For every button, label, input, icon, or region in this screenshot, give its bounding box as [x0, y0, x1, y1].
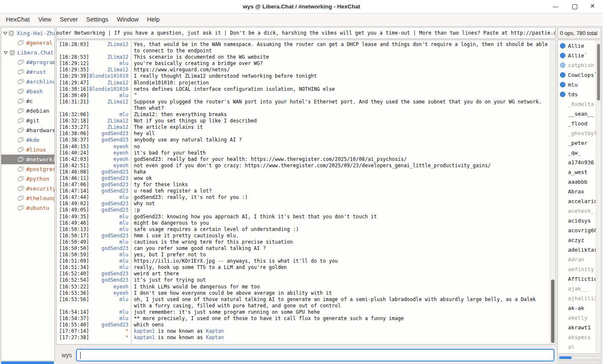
- user-row-tds[interactable]: tds: [558, 90, 601, 99]
- message-nick: mlu: [89, 264, 128, 271]
- channel-icon: [18, 98, 24, 104]
- topic-text: outer Networking | If you have a questio…: [56, 30, 556, 36]
- channel-icon: [18, 89, 24, 95]
- tree-channel-git[interactable]: #git: [1, 116, 54, 125]
- user-row-ajak__[interactable]: ajak__: [558, 284, 601, 293]
- user-row-_ghostbyte[interactable]: _ghostbyte: [558, 128, 601, 138]
- message-nick: godSend23: [89, 277, 128, 283]
- tree-channel-debian[interactable]: #debian: [1, 106, 54, 116]
- tree-network-libera.chat[interactable]: Libera.Chat: [1, 48, 54, 57]
- user-row-catphish[interactable]: catphish: [558, 60, 601, 70]
- tree-channel-thelounge[interactable]: #thelounge: [1, 193, 54, 203]
- tree-channel-security[interactable]: #security: [1, 184, 54, 193]
- tree-channel-kde[interactable]: #kde: [1, 135, 54, 145]
- message-nick: ZLima12: [89, 67, 128, 73]
- message-timestamp: [16:46:08]: [59, 169, 89, 175]
- chat-message-row: [16:51:09]mluhttps://iili.io/KOrIErX.jpg…: [59, 258, 549, 264]
- tree-network-xing-hai-zhan[interactable]: Xing-Hai-Zhan: [1, 28, 54, 38]
- user-row-a_west[interactable]: a_west: [558, 167, 601, 177]
- maximize-button[interactable]: [568, 0, 582, 13]
- userlist-hscrollbar-handle[interactable]: [559, 356, 572, 359]
- user-row-acetech_[interactable]: acetech_: [558, 206, 601, 216]
- menu-item-window[interactable]: Window: [113, 14, 143, 26]
- chat-message-row: [16:40:24]eyeohit's bad for your health: [59, 150, 549, 156]
- user-row-adran[interactable]: Adran: [558, 255, 601, 264]
- user-row-cowclops`[interactable]: Cowclops`: [558, 70, 601, 80]
- user-row-abrax[interactable]: Abrax: [558, 187, 601, 196]
- chat-message-row: [16:50:50]godSend23can you refer some go…: [59, 245, 549, 252]
- tree-channel-programming[interactable]: ##programming: [1, 57, 54, 67]
- tree-channel-python[interactable]: #python: [1, 174, 54, 184]
- userlist-scrollbar-handle[interactable]: [597, 44, 600, 101]
- expander-icon[interactable]: [3, 51, 8, 55]
- close-button[interactable]: ×: [585, 0, 600, 13]
- user-row-allie[interactable]: Allie: [558, 41, 601, 51]
- user-row-allie`[interactable]: Allie`: [558, 51, 601, 60]
- userlist-scrollbar[interactable]: [596, 41, 600, 353]
- titlebar[interactable]: wys @ Libera.Chat / #networking - HexCha…: [0, 0, 603, 14]
- tree-channel-linux[interactable]: #linux: [1, 145, 54, 155]
- userlist-hscrollbar-track[interactable]: [557, 361, 601, 364]
- tree-channel-hardware[interactable]: #hardware: [1, 125, 54, 135]
- message-text: it’s just for trying out: [128, 277, 549, 283]
- user-row-aefinity[interactable]: aefinity: [558, 264, 601, 274]
- menu-item-settings[interactable]: Settings: [82, 14, 112, 26]
- tree-channel-ubuntu[interactable]: #ubuntu: [1, 203, 54, 213]
- minimize-button[interactable]: [548, 0, 562, 13]
- user-row-_flood[interactable]: _flood: [558, 119, 601, 128]
- chat-scrollbar-handle[interactable]: [551, 280, 554, 343]
- menu-item-server[interactable]: Server: [56, 14, 82, 26]
- user-row-__sean__[interactable]: __sean__: [558, 109, 601, 119]
- user-row-_qw_[interactable]: _qw_: [558, 148, 601, 158]
- user-nick: __sean__: [568, 111, 594, 117]
- user-nick: aczyz: [568, 237, 584, 243]
- user-row-akelly[interactable]: akelly: [558, 313, 601, 323]
- user-row-ald[interactable]: ald: [558, 352, 601, 354]
- message-nick: godSend23: [89, 188, 128, 194]
- expander-icon[interactable]: [3, 31, 8, 35]
- user-nick: a174n936: [568, 159, 594, 166]
- chat-message-row: [16:29:35]ZLima12https://www.wireguard.c…: [59, 67, 549, 73]
- user-row-akspecs[interactable]: akspecs: [558, 332, 601, 342]
- message-timestamp: [16:31:21]: [59, 99, 89, 111]
- user-row-_0xdelta[interactable]: _0xdelta: [558, 99, 601, 109]
- channel-label: ##programming: [26, 59, 54, 65]
- tree-channel-networking[interactable]: #networking: [1, 155, 54, 164]
- user-row-affliction[interactable]: Affliction: [558, 274, 601, 284]
- menu-item-hexchat[interactable]: HexChat: [2, 14, 34, 26]
- channel-label: #general: [26, 40, 53, 46]
- user-row-ak-ak[interactable]: ak-ak: [558, 303, 601, 313]
- tree-channel-bash[interactable]: #bash: [1, 87, 54, 96]
- menu-item-view[interactable]: View: [34, 14, 55, 26]
- tree-channel-rust[interactable]: ##rust: [1, 67, 54, 77]
- tree-channel-general[interactable]: #general: [1, 38, 54, 48]
- user-nick: Allie`: [568, 52, 587, 59]
- chat-message-row: [16:50:59]mluyes, but I prefer not to: [59, 252, 549, 258]
- chat-scrollbar[interactable]: [550, 41, 555, 344]
- tree-hscrollbar[interactable]: [1, 361, 54, 364]
- message-text: anybody use any natural talking AI ?: [128, 137, 549, 143]
- tree-channel-c[interactable]: #c: [1, 96, 54, 106]
- userlist-hscrollbar[interactable]: [557, 356, 601, 360]
- user-row-adeliktas[interactable]: adeliktas: [558, 245, 601, 255]
- user-row-al[interactable]: al: [558, 342, 601, 352]
- message-input[interactable]: [76, 349, 554, 361]
- tree-channel-archlinux[interactable]: #archlinux: [1, 77, 54, 87]
- user-row-acovrig60[interactable]: acovrig60: [558, 225, 601, 235]
- menu-item-help[interactable]: Help: [143, 14, 164, 26]
- user-row-_peter[interactable]: _peter: [558, 138, 601, 148]
- user-row-aczyz[interactable]: aczyz: [558, 235, 601, 245]
- message-timestamp: [16:51:09]: [59, 258, 89, 264]
- topic-bar[interactable]: outer Networking | If you have a questio…: [56, 27, 556, 39]
- user-nick: Cowclops`: [568, 72, 597, 78]
- user-row-aaabbb[interactable]: aaabbb: [558, 177, 601, 187]
- user-row-akrawt1[interactable]: akrawt1: [558, 323, 601, 332]
- user-row-a174n936[interactable]: a174n936: [558, 158, 601, 167]
- user-row-accelario[interactable]: accelario: [558, 196, 601, 206]
- message-nick: ZLima12: [89, 99, 128, 111]
- user-row-ajhalili2[interactable]: ajhalili2: [558, 293, 601, 303]
- user-row-acidsys[interactable]: acidsys: [558, 216, 601, 225]
- user-row-mlu[interactable]: mlu: [558, 80, 601, 90]
- message-timestamp: [16:30:49]: [59, 92, 89, 99]
- tree-channel-postgresql[interactable]: #postgresql: [1, 164, 54, 174]
